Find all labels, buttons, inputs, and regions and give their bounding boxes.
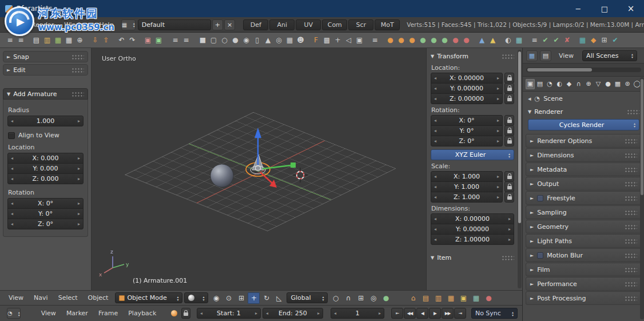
- particles-shortcut-icon[interactable]: ◆: [588, 34, 599, 46]
- outliner-editor-icon[interactable]: ▦: [526, 50, 538, 61]
- window-type-icon[interactable]: ≡: [5, 34, 15, 46]
- screen-button[interactable]: MoT: [375, 19, 400, 30]
- current-frame-field[interactable]: ◂ 1 ▸: [331, 308, 384, 319]
- keying-lock-button[interactable]: [181, 308, 190, 319]
- decrement-arrow-icon[interactable]: ◂: [265, 311, 269, 316]
- menu-item[interactable]: Navi: [29, 294, 53, 302]
- decrement-arrow-icon[interactable]: ◂: [10, 118, 14, 124]
- panel-grip[interactable]: [502, 255, 514, 260]
- rotation-field[interactable]: ◂ Z: 0° ▸: [431, 136, 503, 146]
- scrollbar-thumb[interactable]: [641, 79, 643, 195]
- decrement-arrow-icon[interactable]: ◂: [10, 156, 14, 161]
- jump-to-end-button[interactable]: ⇥: [454, 308, 466, 319]
- decrement-arrow-icon[interactable]: ◂: [433, 96, 438, 101]
- save-file-icon[interactable]: ▦: [53, 34, 63, 46]
- add-sphere-icon[interactable]: ●: [230, 34, 241, 46]
- location-field[interactable]: ◂ Z: 0.000 ▸: [7, 173, 84, 184]
- add-icosphere-icon[interactable]: ◉: [241, 34, 252, 46]
- checkbox-icon[interactable]: [8, 132, 15, 139]
- add-armature-panel-header[interactable]: ▼ Add Armature: [3, 88, 88, 100]
- increment-arrow-icon[interactable]: ▸: [507, 227, 512, 232]
- import-icon[interactable]: ⇩: [90, 34, 101, 46]
- play-reverse-button[interactable]: ◀: [416, 308, 428, 319]
- lock-toggle[interactable]: [504, 181, 514, 192]
- translate-manipulator[interactable]: [255, 128, 296, 188]
- increment-arrow-icon[interactable]: ▸: [496, 118, 500, 123]
- check-icon[interactable]: ✔: [610, 34, 621, 46]
- increment-arrow-icon[interactable]: ▸: [77, 221, 81, 227]
- panel-grip[interactable]: [625, 282, 637, 287]
- tab-constraints[interactable]: ∩: [574, 79, 583, 89]
- redo-icon[interactable]: ↷: [127, 34, 138, 46]
- screen-layout-selector[interactable]: Default: [138, 19, 211, 30]
- force-field-icon-3[interactable]: ●: [439, 34, 450, 46]
- apply-transform-icon[interactable]: ✔: [540, 34, 551, 46]
- increment-arrow-icon[interactable]: ▸: [507, 216, 512, 221]
- sort-menu-icon[interactable]: ≡: [170, 34, 181, 46]
- add-camera-icon[interactable]: ▣: [354, 34, 365, 46]
- scrollbar-thumb[interactable]: [527, 68, 592, 72]
- decrement-arrow-icon[interactable]: ◂: [433, 216, 438, 221]
- tab-scene[interactable]: ◔: [545, 79, 554, 89]
- menu-item[interactable]: View: [3, 294, 29, 302]
- n-panel-scrollbar[interactable]: [518, 50, 522, 288]
- align-menu-icon[interactable]: ≡: [181, 34, 192, 46]
- screen-button[interactable]: Com: [322, 19, 347, 30]
- decrement-arrow-icon[interactable]: ◂: [199, 311, 204, 316]
- tools-menu-icon[interactable]: ≡: [369, 34, 380, 46]
- pivot-center-icon[interactable]: ⊙: [222, 292, 234, 304]
- panel-grip[interactable]: [502, 54, 514, 59]
- properties-section-header[interactable]: ► Performance: [526, 277, 642, 291]
- constraint-add-icon[interactable]: ▦: [514, 34, 524, 46]
- tool-shelf-panel-header[interactable]: ► Edit: [3, 64, 88, 76]
- physics-icon[interactable]: ▦: [577, 34, 588, 46]
- tool-shelf-panel-header[interactable]: ► Snap: [3, 51, 88, 62]
- panel-grip[interactable]: [625, 153, 637, 158]
- dimension-field[interactable]: ◂ Z: 1.00000 ▸: [431, 234, 514, 245]
- open-file-icon[interactable]: ▥: [42, 34, 53, 46]
- render-engine-dropdown[interactable]: Cycles Render ▴▾: [528, 119, 639, 130]
- force-field-icon-2[interactable]: ●: [428, 34, 439, 46]
- increment-arrow-icon[interactable]: ▸: [496, 128, 500, 133]
- metaball-icon-3[interactable]: ●: [407, 34, 418, 46]
- properties-section-header[interactable]: ► Metadata: [526, 163, 642, 176]
- increment-arrow-icon[interactable]: ▸: [496, 138, 500, 144]
- effector-icon-2[interactable]: ●: [461, 34, 472, 46]
- tab-particles[interactable]: ⊛: [623, 79, 632, 89]
- section-checkbox[interactable]: [537, 252, 543, 259]
- radius-field[interactable]: ◂ 1.000 ▸: [7, 116, 84, 126]
- location-field[interactable]: ◂ Y: 0.00000 ▸: [431, 83, 503, 94]
- delete-layout-button[interactable]: ×: [224, 19, 235, 30]
- panel-grip[interactable]: [625, 138, 637, 144]
- modifiers-shortcut-icon[interactable]: ▣: [458, 292, 470, 304]
- decrement-arrow-icon[interactable]: ◂: [433, 227, 438, 232]
- clear-transform-icon[interactable]: ✔: [551, 34, 562, 46]
- mode-dropdown[interactable]: Object Mode ▴▾: [115, 292, 182, 303]
- tab-object[interactable]: ◆: [565, 79, 574, 89]
- increment-arrow-icon[interactable]: ▸: [496, 184, 500, 189]
- decrement-arrow-icon[interactable]: ◂: [433, 174, 438, 179]
- decrement-arrow-icon[interactable]: ◂: [10, 201, 14, 206]
- add-lattice-icon[interactable]: ▩: [321, 34, 332, 46]
- lock-toggle[interactable]: [504, 83, 514, 94]
- snap-magnet-icon[interactable]: ∩: [342, 292, 354, 304]
- panel-grip[interactable]: [71, 92, 84, 97]
- add-grid-icon[interactable]: ▦: [284, 34, 295, 46]
- increment-arrow-icon[interactable]: ▸: [496, 195, 500, 200]
- jump-to-start-button[interactable]: ⇤: [391, 308, 403, 319]
- section-checkbox[interactable]: [537, 195, 543, 201]
- panel-grip[interactable]: [71, 68, 84, 73]
- panel-grip[interactable]: [627, 109, 639, 114]
- tab-render-layers[interactable]: ▤: [535, 79, 544, 89]
- relations-menu-icon[interactable]: ◐: [503, 34, 514, 46]
- increment-arrow-icon[interactable]: ▸: [77, 156, 81, 161]
- add-cylinder-icon[interactable]: ▯: [252, 34, 263, 46]
- item-panel-header[interactable]: ▼ Item: [431, 252, 514, 263]
- next-keyframe-button[interactable]: ▶▶: [442, 308, 454, 319]
- decrement-arrow-icon[interactable]: ◂: [433, 128, 438, 133]
- screen-button[interactable]: Scr: [348, 19, 373, 30]
- decrement-arrow-icon[interactable]: ◂: [433, 237, 438, 242]
- transform-orientation-dropdown[interactable]: Global ▴▾: [287, 292, 328, 303]
- relations-icon[interactable]: ▤: [420, 292, 432, 304]
- rotation-field[interactable]: ◂ Y: 0° ▸: [7, 208, 84, 219]
